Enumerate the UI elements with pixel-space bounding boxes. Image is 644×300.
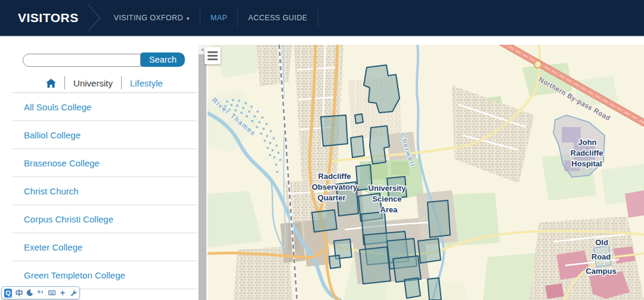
list-item-college[interactable]: Corpus Christi College [12,205,197,233]
college-polygon [360,247,391,284]
list-item-college[interactable]: Green Templeton College [12,261,197,289]
college-polygon [351,136,364,157]
scrollbar-thumb[interactable] [199,54,206,300]
list-item-college[interactable]: All Souls College [12,93,197,121]
college-polygon [404,278,420,298]
punctuation-mode-icon[interactable] [37,289,44,297]
map-label-old-road: Old [595,238,608,247]
college-polygon [321,115,348,146]
sidebar-scrollbar[interactable]: ▲ [198,45,207,300]
list-item-college[interactable]: Christ Church [12,177,197,205]
tab-lifestyle[interactable]: Lifestyle [122,78,171,88]
nav-links: VISITING OXFORD▾ MAP ACCESS GUIDE [104,0,318,36]
moon-halfwidth-icon[interactable] [26,289,33,297]
list-item-college[interactable]: Exeter College [12,233,197,261]
home-icon [46,79,56,88]
sogou-logo-icon[interactable]: Q [4,289,12,298]
search-bar: Search [23,52,185,67]
search-input[interactable] [23,54,141,67]
home-tab[interactable] [38,79,64,88]
college-polygon [329,255,340,268]
college-polygon [312,210,337,232]
dropdown-caret-icon: ▾ [187,16,190,21]
page: VISITORS VISITING OXFORD▾ MAP ACCESS GUI… [0,0,644,300]
nav-item-map[interactable]: MAP [200,14,237,22]
svg-text:Area: Area [380,205,398,214]
nav-item-access-guide[interactable]: ACCESS GUIDE [238,14,317,22]
college-polygon [428,278,441,300]
college-polygon [418,239,441,263]
map-label-john-radcliffe: John [578,138,596,147]
svg-text:Science: Science [372,194,401,203]
map-label-roq: Radcliffe [318,172,351,181]
svg-text:Road: Road [592,252,611,261]
list-item-college[interactable]: Balliol College [12,121,197,149]
map-svg[interactable]: River Thames Cherwell Northern By-pass R… [208,45,644,300]
list-item-college[interactable]: Brasenose College [12,149,197,177]
svg-text:Quarter: Quarter [318,193,346,202]
wrench-toolbox-icon[interactable] [70,289,77,297]
nav-item-visiting-oxford[interactable]: VISITING OXFORD▾ [104,14,200,22]
tab-university[interactable]: University [65,78,121,88]
ime-toolbar[interactable]: Q [1,286,80,299]
search-button[interactable]: Search [141,52,185,67]
map-label-science-area: University [369,184,407,193]
category-tabs: University Lifestyle [12,77,197,93]
top-navbar: VISITORS VISITING OXFORD▾ MAP ACCESS GUI… [0,0,644,37]
college-list: All Souls College Balliol College Brasen… [12,93,197,300]
map-canvas[interactable]: River Thames Cherwell Northern By-pass R… [208,45,644,300]
emoji-cross-icon[interactable] [59,289,66,297]
brand-logo[interactable]: VISITORS [18,11,79,25]
soft-keyboard-icon[interactable] [48,289,55,297]
svg-text:Observatory: Observatory [312,183,358,191]
college-polygon [428,200,450,237]
svg-text:Campus: Campus [586,267,616,276]
svg-text:Hospital: Hospital [571,159,602,168]
map-menu-button[interactable] [205,47,221,64]
svg-text:Radcliffe: Radcliffe [571,149,603,157]
college-polygon [355,114,363,123]
chinese-mode-icon[interactable] [16,289,23,297]
sidebar: Search University Lifestyle All Souls Co… [12,52,197,300]
nav-divider [318,9,318,27]
hamburger-icon [208,51,218,53]
breadcrumb-chevron-icon [87,1,103,35]
